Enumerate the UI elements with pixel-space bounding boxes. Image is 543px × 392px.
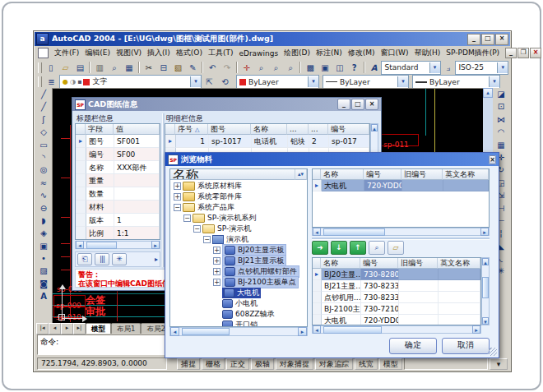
- layer-manager-icon[interactable]: ≣: [44, 75, 59, 89]
- columns-icon[interactable]: |||: [95, 253, 109, 265]
- tab-layout1[interactable]: 布局1: [111, 323, 141, 334]
- tree-expand-icon[interactable]: +: [213, 247, 220, 254]
- make-layer-current-icon[interactable]: ⇱: [202, 75, 217, 89]
- plot-icon[interactable]: ▥: [92, 61, 107, 75]
- tree-item[interactable]: −SP-演示机: [170, 224, 307, 234]
- scroll-thumb[interactable]: [182, 328, 230, 335]
- zoom-realtime-icon[interactable]: ⌕: [254, 61, 269, 75]
- mirror-icon[interactable]: ⋈: [494, 113, 508, 126]
- menu-dimension[interactable]: 标注(N): [316, 48, 342, 58]
- table-row[interactable]: 重量: [76, 174, 160, 187]
- col-value[interactable]: 值: [114, 124, 160, 135]
- scroll-left-icon[interactable]: ◂: [170, 327, 179, 336]
- cancel-button[interactable]: 取消: [442, 338, 490, 354]
- table-row[interactable]: 比例1:1: [76, 227, 160, 240]
- table-row[interactable]: ▸图号SF001: [76, 135, 160, 148]
- menu-edrawings[interactable]: eDrawings: [239, 49, 278, 58]
- col-name[interactable]: 名称: [251, 124, 287, 135]
- scroll-left-icon[interactable]: ◂: [76, 241, 84, 249]
- col-name[interactable]: 名称: [321, 169, 364, 180]
- table-row[interactable]: 材料: [76, 201, 160, 214]
- tree-expand-icon[interactable]: +: [213, 268, 220, 275]
- erase-icon[interactable]: ◪: [494, 88, 508, 100]
- new-icon[interactable]: ▯: [44, 61, 58, 75]
- cut-icon[interactable]: ✂: [142, 61, 156, 75]
- zoom-window-icon[interactable]: ⌕: [269, 61, 284, 75]
- help-icon[interactable]: ?: [347, 61, 362, 75]
- scroll-thumb[interactable]: [323, 326, 382, 334]
- paste-icon[interactable]: ▧: [171, 61, 186, 75]
- tree-item-selected[interactable]: 大电机: [170, 288, 307, 298]
- first-tab-icon[interactable]: |◂: [36, 323, 49, 334]
- scroll-right-icon[interactable]: ▸: [472, 325, 480, 334]
- col-code[interactable]: 编号: [328, 124, 369, 135]
- lineweight-toggle[interactable]: 线宽: [355, 358, 378, 370]
- table-row[interactable]: 大电机 720-YDD0...: [313, 315, 480, 325]
- material-list-table[interactable]: 名称 编号 旧编号 英文名称 ▸ BJ20主显... 730-8280... B…: [312, 257, 481, 325]
- chevron-down-icon[interactable]: ▾: [190, 76, 201, 87]
- col-code[interactable]: 编号: [364, 169, 401, 180]
- text-style-combo[interactable]: Standard▾: [381, 61, 440, 75]
- scroll-right-icon[interactable]: ▸: [480, 228, 489, 236]
- field-table-hscrollbar[interactable]: ◂ ▸: [75, 241, 160, 249]
- bottom-table-hscrollbar[interactable]: ◂ ▸: [312, 325, 481, 334]
- rectangle-icon[interactable]: ▭: [37, 139, 51, 151]
- scroll-right-icon[interactable]: ▸: [151, 241, 160, 249]
- maximize-button[interactable]: □: [351, 99, 364, 110]
- dim-style-combo[interactable]: ISO-25▾: [455, 61, 508, 75]
- close-icon[interactable]: ×: [365, 99, 378, 110]
- tree-item[interactable]: 小电机: [170, 298, 307, 309]
- ellipse-icon[interactable]: ⊖: [37, 202, 51, 214]
- move-up-icon[interactable]: ↑: [350, 241, 366, 255]
- menu-draw[interactable]: 绘图(D): [284, 48, 310, 58]
- snap-toggle[interactable]: 捕捉: [177, 358, 200, 370]
- menu-view[interactable]: 视图(V): [116, 48, 142, 58]
- toolbar-grip[interactable]: [38, 76, 42, 87]
- multiline-text-icon[interactable]: A: [37, 290, 51, 302]
- menu-tools[interactable]: 工具(T): [208, 48, 234, 58]
- ellipse-arc-icon[interactable]: ◗: [37, 214, 51, 227]
- scroll-left-icon[interactable]: ◂: [313, 325, 321, 334]
- doc-restore-button[interactable]: ❐: [517, 48, 529, 58]
- line-icon[interactable]: ╱: [37, 88, 51, 100]
- tree-collapse-icon[interactable]: −: [193, 225, 201, 233]
- insert-block-icon[interactable]: ◈: [37, 227, 51, 239]
- col-oldcode[interactable]: 旧编号: [401, 169, 443, 180]
- scroll-thumb[interactable]: [86, 242, 117, 249]
- table-row[interactable]: ▸ 大电机 720-YDD0...: [313, 180, 489, 191]
- table-row[interactable]: 编号SF00: [76, 148, 160, 161]
- table-row[interactable]: 版本1: [76, 214, 160, 227]
- table-row[interactable]: 数量: [76, 187, 160, 201]
- doc-minimize-button[interactable]: _: [505, 48, 517, 58]
- construction-line-icon[interactable]: ╱: [37, 100, 51, 113]
- otrack-toggle[interactable]: 对象追踪: [315, 358, 353, 370]
- tree-collapse-icon[interactable]: −: [183, 214, 191, 222]
- layer-previous-icon[interactable]: ⟲: [217, 75, 233, 89]
- menu-window[interactable]: 窗口(W): [381, 48, 409, 58]
- open-icon[interactable]: ▱: [58, 61, 73, 75]
- make-block-icon[interactable]: ▣: [37, 240, 51, 252]
- tree-item[interactable]: +系统零部件库: [170, 191, 307, 202]
- linetype-combo[interactable]: ByLayer ▾: [323, 75, 409, 89]
- arc-icon[interactable]: ◝: [37, 151, 51, 164]
- scroll-right-icon[interactable]: ▸: [298, 327, 307, 336]
- scroll-up-icon[interactable]: ▴: [371, 124, 378, 131]
- close-icon[interactable]: ×: [489, 155, 496, 164]
- model-space-toggle[interactable]: 模型: [379, 358, 402, 370]
- toolbar-more-icon[interactable]: ▸: [155, 256, 158, 263]
- save-icon[interactable]: ▤: [73, 61, 88, 75]
- chevron-down-icon[interactable]: ▾: [397, 76, 408, 87]
- col-field[interactable]: 字段: [86, 124, 114, 135]
- grid-toggle[interactable]: 栅格: [202, 358, 225, 370]
- osnap-toggle[interactable]: 对象捕捉: [276, 358, 313, 370]
- toolbar-grip[interactable]: [38, 62, 42, 73]
- circle-icon[interactable]: ◎: [37, 164, 51, 176]
- top-table-hscrollbar[interactable]: ◂ ▸: [312, 228, 490, 236]
- tab-model[interactable]: 模型: [86, 323, 111, 334]
- bottom-table-vscrollbar[interactable]: ▴ ▾: [481, 257, 490, 325]
- menu-help[interactable]: 帮助(H): [415, 48, 441, 58]
- scroll-thumb[interactable]: [323, 228, 385, 236]
- spline-icon[interactable]: ∿: [37, 189, 51, 201]
- revision-cloud-icon[interactable]: ≈: [37, 177, 51, 189]
- zoom-previous-icon[interactable]: ⌕: [283, 61, 298, 75]
